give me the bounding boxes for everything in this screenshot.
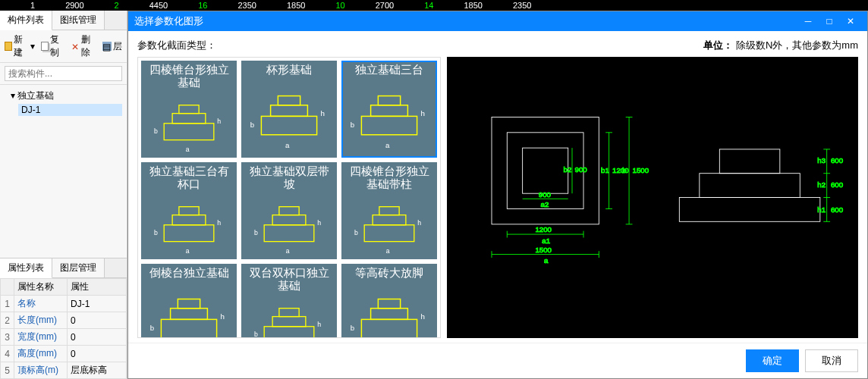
dialog-footer: 确定 取消 (128, 343, 867, 378)
header-name: 属性名称 (14, 279, 68, 296)
svg-rect-50 (378, 299, 400, 309)
shape-thumb: abh (143, 90, 235, 157)
svg-text:a2: a2 (540, 200, 549, 208)
shape-grid: 四棱锥台形独立基础abh杯形基础abh独立基础三台abh独立基础三台有杯口abh… (137, 57, 441, 338)
svg-rect-6 (261, 117, 316, 135)
unit-text: 除级数N外，其他参数为mm (736, 39, 858, 51)
shape-title: 倒棱台独立基础 (148, 265, 231, 280)
tree-root[interactable]: ▾ 独立基础 (5, 88, 122, 104)
new-label: 新建 (14, 33, 28, 59)
shape-option-s1[interactable]: 四棱锥台形独立基础abh (141, 61, 237, 158)
shape-dialog: 选择参数化图形 ─ □ ✕ 参数化截面类型： 单位： 除级数N外，其他参数为mm… (127, 11, 868, 379)
shape-thumb: abh (143, 192, 235, 258)
delete-button[interactable]: ✕ 删除 (71, 33, 96, 59)
shape-thumb: abh (243, 77, 335, 156)
svg-rect-26 (279, 206, 299, 215)
delete-icon: ✕ (71, 42, 79, 51)
shape-thumb: abh (243, 293, 335, 339)
svg-rect-25 (272, 215, 306, 224)
svg-text:b2: b2 (564, 165, 572, 174)
svg-rect-24 (264, 224, 314, 241)
properties-table: 属性名称属性 1名称DJ-1 2长度(mm)0 3宽度(mm)0 4高度(mm)… (0, 278, 127, 379)
svg-text:b: b (250, 121, 255, 129)
svg-text:b: b (254, 228, 258, 236)
table-row: 5顶标高(m)层底标高 (1, 362, 127, 379)
shape-title: 双台双杯口独立基础 (243, 265, 335, 293)
svg-rect-78 (700, 174, 800, 198)
ok-button[interactable]: 确定 (746, 349, 799, 372)
unit-label: 单位： (703, 39, 733, 51)
svg-text:b1: b1 (601, 166, 609, 174)
svg-rect-36 (161, 320, 216, 338)
type-label: 参数化截面类型： (137, 39, 216, 52)
minimize-button[interactable]: ─ (797, 16, 819, 27)
svg-rect-42 (264, 326, 314, 338)
svg-rect-56 (523, 148, 568, 193)
dim-b2: 900 (575, 165, 588, 174)
header-value: 属性 (68, 279, 127, 296)
svg-text:b: b (150, 324, 155, 332)
tree-root-label: 独立基础 (17, 90, 54, 101)
tree-child-selected[interactable]: DJ-1 (18, 104, 122, 116)
cancel-button[interactable]: 取消 (805, 349, 858, 372)
svg-text:h: h (320, 110, 324, 118)
shape-option-s5[interactable]: 独立基础双层带坡abh (241, 162, 337, 259)
svg-rect-12 (361, 117, 417, 135)
shape-title: 杯形基础 (265, 62, 313, 77)
shape-thumb: abh (343, 77, 436, 156)
svg-rect-13 (371, 105, 408, 117)
tab-properties[interactable]: 属性列表 (0, 258, 52, 278)
layer-button[interactable]: ▤ 层 (102, 40, 122, 53)
dim-a2: 900 (539, 190, 552, 199)
layer-label: 层 (113, 40, 122, 53)
svg-rect-8 (278, 96, 300, 105)
shape-thumb: abh (343, 280, 436, 338)
svg-text:a: a (186, 145, 190, 152)
shape-option-s8[interactable]: 双台双杯口独立基础abh (241, 264, 337, 338)
dropdown-icon: ▾ (30, 41, 35, 52)
copy-button[interactable]: 复制 (41, 33, 66, 59)
svg-rect-48 (361, 320, 417, 338)
svg-text:b: b (351, 324, 355, 332)
svg-text:a: a (386, 246, 390, 254)
dialog-header: 参数化截面类型： 单位： 除级数N外，其他参数为mm (137, 39, 858, 52)
svg-rect-20 (179, 206, 199, 215)
new-button[interactable]: 新建▾ (5, 33, 35, 59)
tab-drawings[interactable]: 图纸管理 (52, 11, 105, 30)
dialog-title: 选择参数化图形 (134, 14, 203, 28)
dim-h1: 600 (831, 205, 844, 214)
svg-rect-43 (272, 316, 306, 326)
search-row (0, 63, 127, 85)
tab-layers[interactable]: 图层管理 (52, 258, 105, 277)
svg-rect-77 (679, 198, 820, 222)
properties-panel: 属性列表 图层管理 属性名称属性 1名称DJ-1 2长度(mm)0 3宽度(mm… (0, 258, 127, 379)
preview-pane[interactable]: 1200 a1 1500 a 900 a2 1200 b1 (447, 57, 858, 338)
search-input[interactable] (5, 66, 122, 81)
left-panel: 构件列表 图纸管理 新建▾ 复制 ✕ 删除 ▤ 层 ▾ 独立基础 DJ-1 属性… (0, 11, 127, 379)
shape-option-s6[interactable]: 四棱锥台形独立基础带柱abh (341, 162, 437, 259)
svg-text:h: h (317, 218, 321, 226)
shape-title: 独立基础三台有杯口 (143, 164, 235, 192)
shape-option-s7[interactable]: 倒棱台独立基础abh (141, 264, 237, 338)
svg-text:h: h (220, 313, 224, 321)
svg-rect-79 (719, 149, 780, 174)
svg-text:a: a (186, 246, 190, 254)
shape-option-s2[interactable]: 杯形基础abh (241, 61, 337, 158)
dialog-titlebar[interactable]: 选择参数化图形 ─ □ ✕ (128, 11, 867, 31)
svg-rect-44 (279, 308, 299, 316)
close-button[interactable]: ✕ (840, 16, 861, 27)
svg-text:b: b (154, 228, 158, 236)
svg-rect-30 (364, 224, 414, 241)
svg-text:h: h (417, 218, 421, 226)
svg-text:h2: h2 (817, 180, 826, 189)
tab-components[interactable]: 构件列表 (0, 11, 52, 30)
shape-option-s9[interactable]: 等高砖大放脚abh (341, 264, 437, 338)
svg-rect-37 (171, 309, 208, 320)
shape-thumb: abh (243, 192, 335, 258)
dim-h3: 600 (831, 156, 844, 164)
shape-option-s4[interactable]: 独立基础三台有杯口abh (141, 162, 237, 259)
svg-rect-19 (172, 215, 206, 224)
maximize-button[interactable]: □ (819, 16, 840, 27)
shape-option-s3[interactable]: 独立基础三台abh (341, 61, 437, 158)
dim-b1: 1200 (612, 166, 629, 174)
